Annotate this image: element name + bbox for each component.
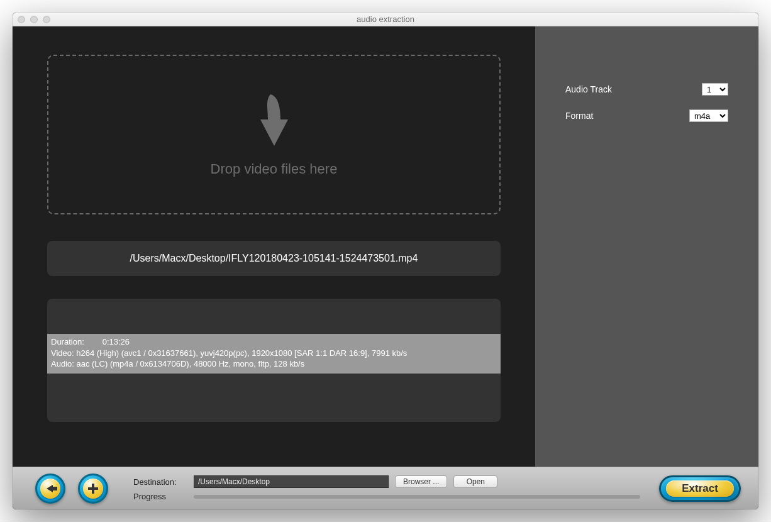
progress-row: Progress bbox=[133, 492, 646, 501]
add-button[interactable] bbox=[78, 474, 108, 504]
minimize-window-button[interactable] bbox=[30, 16, 38, 23]
duration-value: 0:13:26 bbox=[103, 337, 130, 346]
window-title: audio extraction bbox=[13, 14, 758, 24]
left-pane: Drop video files here /Users/Macx/Deskto… bbox=[13, 26, 535, 467]
add-button-inner bbox=[83, 479, 103, 499]
format-row: Format m4a bbox=[554, 109, 740, 122]
options-pane: Audio Track 1 Format m4a bbox=[535, 26, 758, 467]
open-button[interactable]: Open bbox=[453, 475, 497, 488]
audio-track-select[interactable]: 1 bbox=[702, 83, 728, 96]
footer-bar: Destination: Browser ... Open Progress E… bbox=[13, 467, 758, 509]
dropzone[interactable]: Drop video files here bbox=[47, 55, 501, 214]
traffic-lights bbox=[13, 16, 50, 23]
titlebar[interactable]: audio extraction bbox=[13, 13, 758, 26]
destination-row: Destination: Browser ... Open bbox=[133, 475, 646, 488]
back-button-inner bbox=[40, 479, 60, 499]
plus-icon bbox=[88, 484, 98, 494]
format-label: Format bbox=[565, 111, 593, 121]
app-window: audio extraction Drop video files here /… bbox=[13, 13, 758, 509]
audio-track-row: Audio Track 1 bbox=[554, 83, 740, 96]
destination-input[interactable] bbox=[194, 475, 389, 488]
format-select[interactable]: m4a bbox=[689, 109, 728, 122]
footer-middle: Destination: Browser ... Open Progress bbox=[133, 475, 646, 501]
audio-info-line: Audio: aac (LC) (mp4a / 0x6134706D), 480… bbox=[51, 359, 304, 369]
video-info-line: Video: h264 (High) (avc1 / 0x31637661), … bbox=[51, 348, 407, 358]
progress-label: Progress bbox=[133, 492, 187, 501]
destination-label: Destination: bbox=[133, 477, 187, 487]
audio-track-label: Audio Track bbox=[565, 84, 612, 94]
zoom-window-button[interactable] bbox=[43, 16, 50, 23]
extract-button[interactable]: Extract bbox=[659, 475, 741, 502]
down-arrow-icon bbox=[255, 92, 293, 148]
duration-label: Duration: bbox=[51, 337, 84, 346]
browser-button[interactable]: Browser ... bbox=[395, 475, 447, 488]
dropzone-text: Drop video files here bbox=[211, 161, 338, 177]
content-area: Drop video files here /Users/Macx/Deskto… bbox=[13, 26, 758, 467]
extract-button-label: Extract bbox=[666, 480, 734, 497]
media-info-block[interactable]: Duration: 0:13:26 Video: h264 (High) (av… bbox=[47, 334, 501, 374]
file-path-bar[interactable]: /Users/Macx/Desktop/IFLY120180423-105141… bbox=[47, 241, 501, 276]
media-info-panel: Duration: 0:13:26 Video: h264 (High) (av… bbox=[47, 299, 501, 422]
progress-bar bbox=[194, 495, 640, 499]
file-path-text: /Users/Macx/Desktop/IFLY120180423-105141… bbox=[130, 253, 418, 264]
close-window-button[interactable] bbox=[18, 16, 25, 23]
back-button[interactable] bbox=[35, 474, 65, 504]
arrow-left-icon bbox=[47, 485, 53, 492]
